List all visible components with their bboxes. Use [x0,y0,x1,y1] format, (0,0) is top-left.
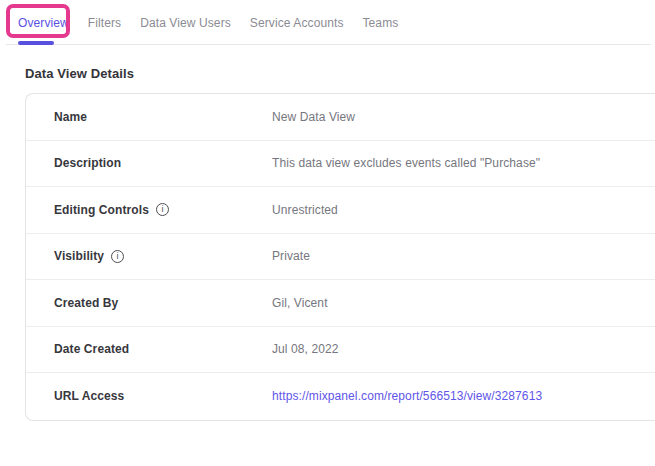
info-icon-glyph: i [117,252,119,261]
detail-row-name: Name New Data View [26,94,655,141]
detail-value-created-by: Gil, Vicent [272,296,328,310]
tab-teams[interactable]: Teams [363,16,399,30]
data-view-settings-page: Overview Filters Data View Users Service… [0,0,655,421]
tab-service-accounts[interactable]: Service Accounts [250,16,344,30]
detail-value-date-created: Jul 08, 2022 [272,342,339,356]
detail-label-text: URL Access [54,389,124,403]
detail-label-text: Visibility [54,249,104,263]
detail-label-text: Created By [54,296,118,310]
detail-label-date-created: Date Created [54,342,272,356]
detail-row-created-by: Created By Gil, Vicent [26,280,655,327]
section-title: Data View Details [25,66,655,81]
info-icon-glyph: i [161,205,163,214]
info-icon[interactable]: i [156,203,169,216]
detail-label-text: Description [54,156,121,170]
detail-value-name: New Data View [272,110,355,124]
tab-bar: Overview Filters Data View Users Service… [0,0,655,45]
detail-row-editing-controls: Editing Controls i Unrestricted [26,187,655,234]
detail-row-visibility: Visibility i Private [26,234,655,281]
detail-row-date-created: Date Created Jul 08, 2022 [26,327,655,374]
tab-data-view-users[interactable]: Data View Users [140,16,231,30]
detail-label-text: Date Created [54,342,129,356]
detail-label-name: Name [54,110,272,124]
detail-row-description: Description This data view excludes even… [26,141,655,188]
detail-value-description: This data view excludes events called "P… [272,156,540,170]
info-icon[interactable]: i [111,250,124,263]
detail-label-visibility: Visibility i [54,249,272,263]
detail-label-url-access: URL Access [54,389,272,403]
data-view-details-card: Name New Data View Description This data… [25,93,655,421]
detail-value-visibility: Private [272,249,310,263]
detail-label-text: Name [54,110,87,124]
detail-row-url-access: URL Access https://mixpanel.com/report/5… [26,373,655,420]
detail-label-editing-controls: Editing Controls i [54,203,272,217]
tab-filters[interactable]: Filters [88,16,121,30]
detail-label-created-by: Created By [54,296,272,310]
tab-overview[interactable]: Overview [18,16,69,30]
detail-label-description: Description [54,156,272,170]
url-access-link[interactable]: https://mixpanel.com/report/566513/view/… [272,389,542,403]
tab-bar-divider [6,44,651,45]
detail-label-text: Editing Controls [54,203,149,217]
detail-value-editing-controls: Unrestricted [272,203,338,217]
active-tab-indicator [18,41,54,45]
